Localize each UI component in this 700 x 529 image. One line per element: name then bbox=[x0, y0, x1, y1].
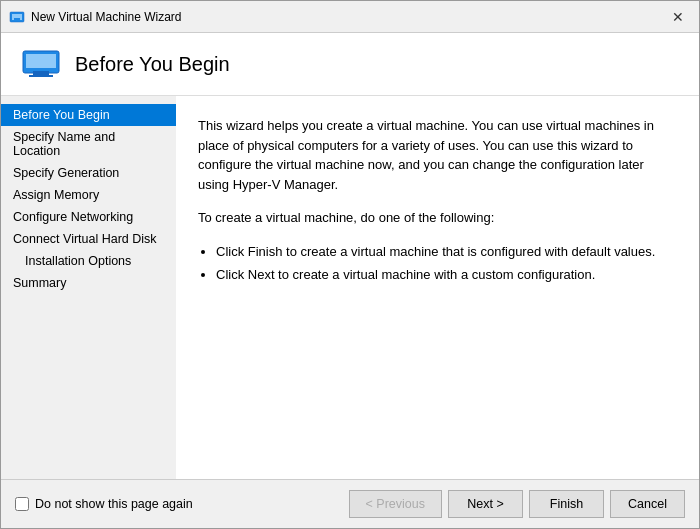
next-button[interactable]: Next > bbox=[448, 490, 523, 518]
sidebar-item-specify-generation[interactable]: Specify Generation bbox=[1, 162, 176, 184]
title-bar-text: New Virtual Machine Wizard bbox=[31, 10, 665, 24]
button-group: < Previous Next > Finish Cancel bbox=[349, 490, 685, 518]
content-bullet-1: Click Finish to create a virtual machine… bbox=[216, 242, 677, 262]
content-paragraph-1: This wizard helps you create a virtual m… bbox=[198, 116, 677, 194]
sidebar-item-assign-memory[interactable]: Assign Memory bbox=[1, 184, 176, 206]
app-icon bbox=[9, 9, 25, 25]
close-button[interactable]: ✕ bbox=[665, 6, 691, 28]
cancel-button[interactable]: Cancel bbox=[610, 490, 685, 518]
checkbox-area: Do not show this page again bbox=[15, 497, 349, 511]
sidebar-item-configure-networking[interactable]: Configure Networking bbox=[1, 206, 176, 228]
do-not-show-label[interactable]: Do not show this page again bbox=[35, 497, 193, 511]
main-area: Before You Begin Specify Name and Locati… bbox=[1, 96, 699, 479]
svg-rect-6 bbox=[29, 75, 53, 77]
previous-button[interactable]: < Previous bbox=[349, 490, 442, 518]
sidebar-item-connect-vhd[interactable]: Connect Virtual Hard Disk bbox=[1, 228, 176, 250]
header-icon bbox=[21, 49, 61, 79]
bottom-bar: Do not show this page again < Previous N… bbox=[1, 479, 699, 528]
sidebar-item-before-you-begin[interactable]: Before You Begin bbox=[1, 104, 176, 126]
title-bar: New Virtual Machine Wizard ✕ bbox=[1, 1, 699, 33]
wizard-header: Before You Begin bbox=[1, 33, 699, 96]
content-area: This wizard helps you create a virtual m… bbox=[176, 96, 699, 479]
svg-rect-4 bbox=[26, 54, 56, 68]
sidebar-item-specify-name[interactable]: Specify Name and Location bbox=[1, 126, 176, 162]
svg-rect-2 bbox=[14, 18, 20, 20]
content-list: Click Finish to create a virtual machine… bbox=[216, 242, 677, 285]
sidebar: Before You Begin Specify Name and Locati… bbox=[1, 96, 176, 479]
content-paragraph-2: To create a virtual machine, do one of t… bbox=[198, 208, 677, 228]
sidebar-item-installation-options[interactable]: Installation Options bbox=[1, 250, 176, 272]
do-not-show-checkbox[interactable] bbox=[15, 497, 29, 511]
wizard-title: Before You Begin bbox=[75, 53, 230, 76]
content-bullet-2: Click Next to create a virtual machine w… bbox=[216, 265, 677, 285]
finish-button[interactable]: Finish bbox=[529, 490, 604, 518]
svg-rect-5 bbox=[33, 71, 49, 75]
sidebar-item-summary[interactable]: Summary bbox=[1, 272, 176, 294]
